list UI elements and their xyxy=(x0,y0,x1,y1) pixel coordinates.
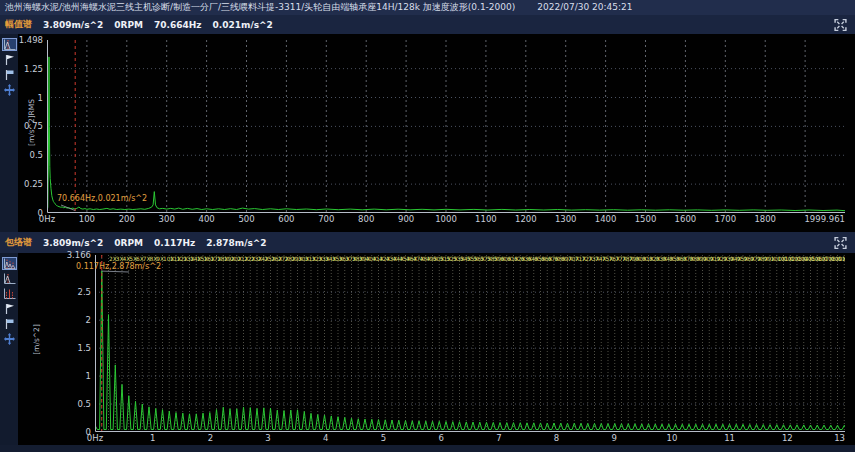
channel-label: 包络谱 xyxy=(5,236,32,249)
y-tick-label: 0 xyxy=(53,428,91,437)
x-tick-label: 10 xyxy=(652,434,692,443)
chart-toolbar xyxy=(0,253,18,445)
x-tick-label: 9 xyxy=(594,434,634,443)
x-tick-label: 1100 xyxy=(466,215,506,224)
amplitude-spectrum-plot[interactable] xyxy=(47,40,845,213)
x-tick-label: 1500 xyxy=(626,215,666,224)
expand-button[interactable] xyxy=(834,236,847,249)
x-tick-label: 3 xyxy=(248,434,288,443)
y-tick-label: 1 xyxy=(53,372,91,381)
overall-value: 3.809m/s^2 xyxy=(43,238,103,248)
x-tick-label: 13 xyxy=(789,434,845,443)
cursor-annotation: 0.117Hz,2.878m/s^2 xyxy=(76,262,161,271)
tag-flag-icon xyxy=(3,318,16,330)
y-tick-label: 1.498 xyxy=(5,36,43,45)
x-tick-label: 1300 xyxy=(546,215,586,224)
y-axis-title: [m/s^2] xyxy=(32,285,41,395)
x-tick-label: 100 xyxy=(67,215,107,224)
x-tick-label: 8 xyxy=(537,434,577,443)
y-tick-label: 2.5 xyxy=(53,288,91,297)
pan-tool[interactable] xyxy=(2,332,17,345)
expand-button[interactable] xyxy=(834,18,847,31)
x-tick-label: 1000 xyxy=(426,215,466,224)
sideband-cursor-icon xyxy=(3,288,16,300)
x-tick-label: 900 xyxy=(386,215,426,224)
x-tick-label: 700 xyxy=(306,215,346,224)
x-tick-label: 2 xyxy=(190,434,230,443)
pan-arrows-icon xyxy=(3,333,16,345)
y-tick-label: 0.5 xyxy=(5,151,43,160)
x-tick-label: 11 xyxy=(710,434,750,443)
cursor-frequency-value: 0.117Hz xyxy=(154,238,195,248)
single-cursor-tool[interactable] xyxy=(2,272,17,285)
vibration-analysis-app: 池州海螺水泥/池州海螺水泥三线主机诊断/制造一分厂/三线喂料斗提-3311/头轮… xyxy=(0,0,855,452)
x-tick-label: 4 xyxy=(306,434,346,443)
expand-icon xyxy=(834,236,847,249)
x-tick-label: 800 xyxy=(346,215,386,224)
x-tick-label: 400 xyxy=(187,215,227,224)
x-tick-label: 1600 xyxy=(665,215,705,224)
speed-value: 0RPM xyxy=(114,20,143,30)
harmonic-cursor-icon xyxy=(3,258,16,270)
y-tick-label: 0.5 xyxy=(53,400,91,409)
x-tick-label: 1 xyxy=(133,434,173,443)
cursor-annotation: 70.664Hz,0.021m/s^2 xyxy=(57,194,147,203)
cursor-frequency-value: 70.664Hz xyxy=(154,20,202,30)
title-bar: 池州海螺水泥/池州海螺水泥三线主机诊断/制造一分厂/三线喂料斗提-3311/头轮… xyxy=(0,0,855,15)
x-tick-label: 1200 xyxy=(506,215,546,224)
x-tick-label: 500 xyxy=(227,215,267,224)
expand-icon xyxy=(834,18,847,31)
single-cursor-icon xyxy=(3,273,16,285)
timestamp: 2022/07/30 20:45:21 xyxy=(537,0,632,15)
sideband-cursor-tool[interactable] xyxy=(2,287,17,300)
flag-marker-tool[interactable] xyxy=(2,302,17,315)
envelope-spectrum-plot[interactable]: 2X3X4X5X6X7X8X9X10X11X12X13X14X15X16X17X… xyxy=(95,255,845,432)
x-tick-label: 7 xyxy=(479,434,519,443)
y-tick-label: 2 xyxy=(53,316,91,325)
harmonic-labels: 2X3X4X5X6X7X8X9X10X11X12X13X14X15X16X17X… xyxy=(109,256,845,262)
cursor-amplitude-value: 0.021m/s^2 xyxy=(213,20,273,30)
label-marker-tool[interactable] xyxy=(2,317,17,330)
y-tick-label: 1.25 xyxy=(5,65,43,74)
y-tick-label: 0 xyxy=(5,209,43,218)
x-tick-label: 1999.961 xyxy=(789,215,845,224)
envelope-spectrum-infobar: 包络谱 3.809m/s^2 0RPM 0.117Hz 2.878m/s^2 xyxy=(0,232,855,253)
x-tick-label: 6 xyxy=(421,434,461,443)
y-tick-label: 0.25 xyxy=(5,180,43,189)
y-tick-label: 1 xyxy=(5,94,43,103)
x-tick-label: 5 xyxy=(363,434,403,443)
amplitude-spectrum-infobar: 幅值谱 3.809m/s^2 0RPM 70.664Hz 0.021m/s^2 xyxy=(0,15,855,34)
x-tick-label: 300 xyxy=(147,215,187,224)
x-tick-label: 1800 xyxy=(745,215,785,224)
flag-icon xyxy=(3,303,16,315)
y-tick-label: 1.5 xyxy=(53,344,91,353)
speed-value: 0RPM xyxy=(114,238,143,248)
y-tick-label: 0.75 xyxy=(5,122,43,131)
overall-value: 3.809m/s^2 xyxy=(43,20,103,30)
y-tick-label: 3.166 xyxy=(53,251,91,260)
channel-label: 幅值谱 xyxy=(5,18,32,31)
harmonic-cursor-tool[interactable] xyxy=(2,257,17,270)
x-tick-label: 1400 xyxy=(586,215,626,224)
cursor-amplitude-value: 2.878m/s^2 xyxy=(206,238,266,248)
breadcrumb-path: 池州海螺水泥/池州海螺水泥三线主机诊断/制造一分厂/三线喂料斗提-3311/头轮… xyxy=(5,0,515,15)
x-tick-label: 200 xyxy=(107,215,147,224)
x-tick-label: 600 xyxy=(266,215,306,224)
x-tick-label: 1700 xyxy=(705,215,745,224)
